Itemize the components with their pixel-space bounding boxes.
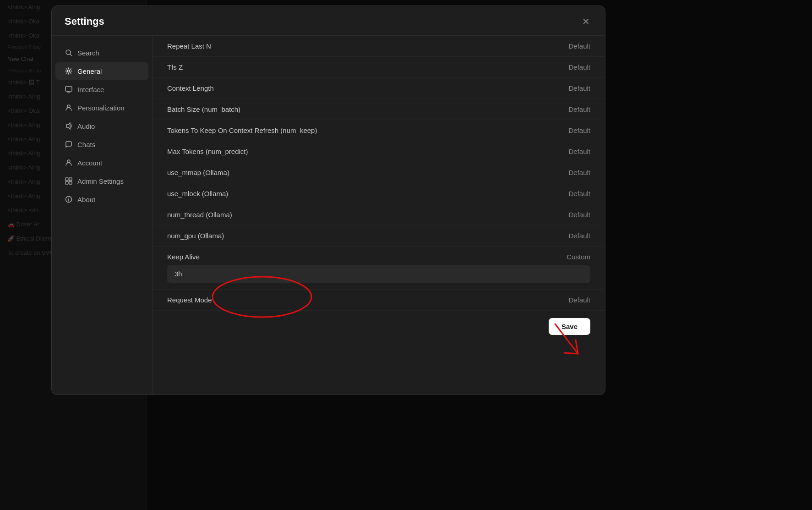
setting-row-tokens-keep: Tokens To Keep On Context Refresh (num_k… [153,120,605,141]
setting-value-context-length: Default [568,84,590,92]
settings-nav: Search General [52,36,153,395]
svg-rect-10 [69,178,72,181]
svg-point-6 [67,105,70,108]
nav-item-about[interactable]: About [55,191,148,208]
setting-row-batch-size: Batch Size (num_batch) Default [153,99,605,120]
setting-row-repeat-last-n: Repeat Last N Default [153,36,605,57]
setting-label-num-thread: num_thread (Ollama) [167,211,232,219]
setting-row-request-mode: Request Mode Default [153,290,605,311]
setting-value-use-mmap: Default [568,169,590,176]
nav-search-label: Search [77,49,99,57]
svg-marker-7 [66,123,70,129]
setting-row-num-gpu: num_gpu (Ollama) Default [153,225,605,247]
keep-alive-input[interactable] [174,270,202,278]
nav-item-interface[interactable]: Interface [55,81,148,98]
modal-title: Settings [65,16,104,27]
setting-label-use-mmap: use_mmap (Ollama) [167,169,229,176]
modal-header: Settings ✕ [52,6,605,36]
setting-label-tokens-keep: Tokens To Keep On Context Refresh (num_k… [167,126,317,134]
setting-row-tfs-z: Tfs Z Default [153,57,605,78]
account-icon [65,159,73,167]
nav-item-search[interactable]: Search [55,44,148,61]
settings-content: Repeat Last N Default Tfs Z Default Cont… [153,36,605,395]
setting-value-num-thread: Default [568,211,590,219]
setting-row-num-thread: num_thread (Ollama) Default [153,204,605,225]
save-button[interactable]: Save [549,318,590,335]
nav-general-label: General [77,67,102,75]
svg-rect-12 [69,181,72,184]
svg-point-2 [68,70,70,72]
setting-row-max-tokens: Max Tokens (num_predict) Default [153,141,605,162]
monitor-icon [65,85,73,93]
setting-label-batch-size: Batch Size (num_batch) [167,105,240,113]
nav-chats-label: Chats [77,141,95,148]
close-button[interactable]: ✕ [579,15,592,28]
keep-alive-label: Keep Alive [167,253,200,261]
nav-audio-label: Audio [77,122,95,130]
setting-value-batch-size: Default [568,105,590,113]
setting-value-request-mode: Default [568,296,590,304]
audio-icon [65,122,73,130]
nav-interface-label: Interface [77,86,104,93]
setting-value-num-gpu: Default [568,232,590,240]
setting-value-tfs-z: Default [568,63,590,71]
nav-admin-label: Admin Settings [77,177,124,185]
setting-label-request-mode: Request Mode [167,296,212,304]
setting-label-use-mlock: use_mlock (Ollama) [167,190,228,197]
keep-alive-badge: Custom [567,253,590,261]
gear-icon [65,67,73,75]
setting-value-repeat-last-n: Default [568,42,590,50]
svg-line-1 [70,54,72,56]
keep-alive-section: Keep Alive Custom [153,247,605,290]
svg-point-15 [68,197,69,198]
chats-icon [65,140,73,148]
setting-value-max-tokens: Default [568,148,590,155]
search-icon [65,49,73,57]
nav-account-label: Account [77,159,102,167]
nav-item-chats[interactable]: Chats [55,136,148,153]
settings-modal: Settings ✕ Search [51,5,605,395]
keep-alive-header: Keep Alive Custom [167,253,590,261]
setting-value-use-mlock: Default [568,190,590,197]
nav-item-personalization[interactable]: Personalization [55,99,148,116]
svg-rect-11 [65,181,68,184]
nav-item-audio[interactable]: Audio [55,117,148,135]
setting-label-repeat-last-n: Repeat Last N [167,42,211,50]
person-icon [65,104,73,112]
setting-row-use-mmap: use_mmap (Ollama) Default [153,162,605,183]
setting-value-tokens-keep: Default [568,126,590,134]
setting-label-tfs-z: Tfs Z [167,63,183,71]
svg-point-8 [67,160,70,163]
nav-personalization-label: Personalization [77,104,125,112]
nav-item-admin[interactable]: Admin Settings [55,172,148,190]
save-area: Save [153,311,605,342]
nav-item-account[interactable]: Account [55,154,148,171]
setting-row-use-mlock: use_mlock (Ollama) Default [153,183,605,204]
nav-about-label: About [77,196,95,203]
nav-item-general[interactable]: General [55,62,148,80]
setting-label-num-gpu: num_gpu (Ollama) [167,232,224,240]
modal-body: Search General [52,36,605,395]
svg-rect-9 [65,178,68,181]
setting-row-context-length: Context Length Default [153,78,605,99]
setting-label-context-length: Context Length [167,84,214,92]
admin-icon [65,177,73,185]
info-icon [65,195,73,203]
keep-alive-input-wrapper [167,265,590,283]
svg-rect-3 [65,87,72,91]
setting-label-max-tokens: Max Tokens (num_predict) [167,148,248,155]
